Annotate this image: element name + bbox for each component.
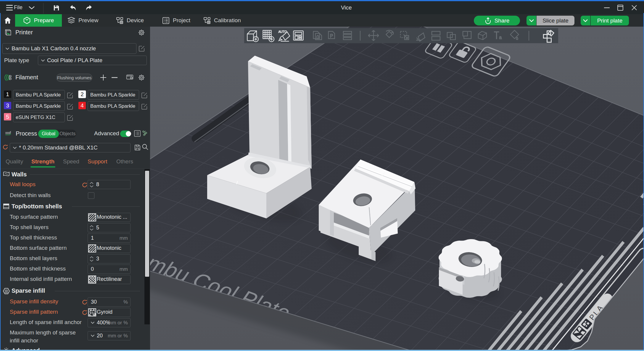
svg-text:P: P xyxy=(330,33,333,38)
svg-text:a: a xyxy=(499,35,502,40)
svg-text:AUTO: AUTO xyxy=(278,30,287,33)
svg-text:0: 0 xyxy=(316,35,319,40)
